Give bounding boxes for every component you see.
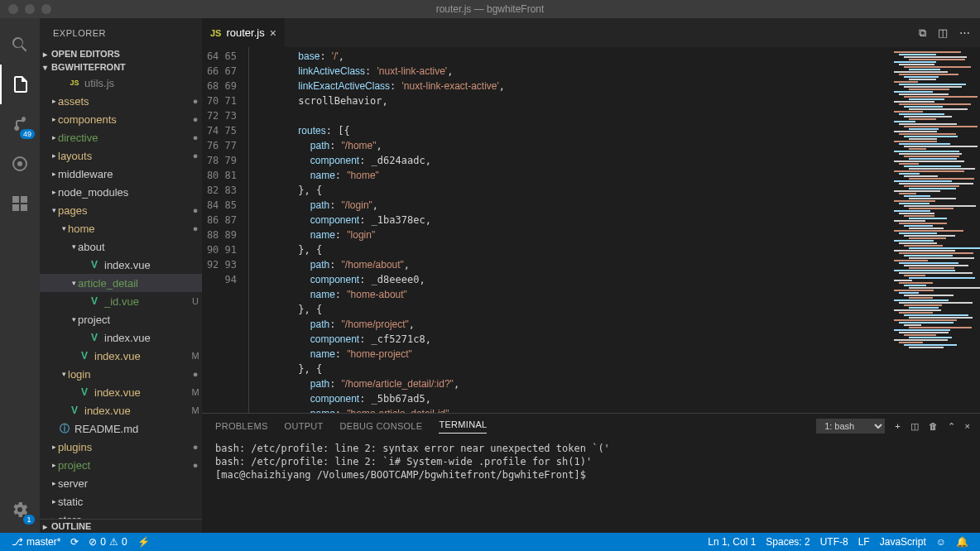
tree-item[interactable]: ▸directive● [40,128,202,146]
more-actions-icon[interactable]: ⋯ [959,26,970,40]
close-panel-icon[interactable]: × [965,421,970,431]
git-branch[interactable]: ⎇master* [7,533,65,551]
section-project[interactable]: ▾BGWHITEFRONT [40,60,202,74]
panel-tab-terminal[interactable]: TERMINAL [439,419,487,434]
terminal-select[interactable]: 1: bash [816,419,885,434]
tree-item[interactable]: ▸node_modules [40,183,202,201]
tree-item-label: layouts [58,150,189,162]
bottom-panel: PROBLEMSOUTPUTDEBUG CONSOLETERMINAL 1: b… [202,413,980,533]
debug-icon[interactable] [0,144,40,184]
file-icon: V [88,259,101,271]
tree-item[interactable]: Vindex.vueM [40,383,202,401]
tree-item-label: index.vue [84,405,189,417]
eol[interactable]: LF [853,536,875,548]
tree-item[interactable]: ▾home● [40,219,202,237]
minimap[interactable] [889,47,980,413]
tree-item-label: directive [58,132,189,144]
svg-point-1 [17,161,22,166]
tree-item-label: utils.js [84,77,202,89]
tree-item-label: plugins [58,441,189,453]
feedback-icon[interactable]: ☺ [931,536,951,548]
tab-label: router.js [226,26,264,39]
explorer-icon[interactable] [0,65,40,104]
scm-badge: 49 [20,129,35,139]
tree-item-label: server [58,477,202,490]
scm-icon[interactable]: 49 [0,104,40,144]
notifications-icon[interactable]: 🔔 [951,536,973,548]
tree-item-label: _id.vue [104,295,189,308]
chevron-icon: ▸ [50,115,58,123]
tabs-bar: JS router.js × ⧉ ◫ ⋯ [202,18,980,47]
extensions-icon[interactable] [0,184,40,223]
tree-item[interactable]: ▾project [40,310,202,328]
tree-item-label: assets [58,95,189,108]
close-window-button[interactable] [8,4,18,14]
open-changes-icon[interactable]: ⧉ [919,26,926,40]
tree-item[interactable]: JSutils.js [40,74,202,92]
tree-item[interactable]: ▾login● [40,365,202,383]
settings-gear-icon[interactable]: 1 [0,490,40,529]
encoding[interactable]: UTF-8 [815,536,853,548]
chevron-icon: ▸ [50,133,58,141]
tree-item[interactable]: Vindex.vueM [40,401,202,419]
tree-item[interactable]: ▸store [40,510,202,519]
tree-item[interactable]: ▾pages● [40,201,202,219]
section-open-editors[interactable]: ▸OPEN EDITORS [40,47,202,60]
panel-tab-output[interactable]: OUTPUT [285,421,324,431]
tree-item[interactable]: ▸project● [40,456,202,474]
problems-status[interactable]: ⊘0⚠0 [84,533,132,551]
sync-icon[interactable]: ⟳ [65,533,84,551]
maximize-panel-icon[interactable]: ⌃ [948,421,955,432]
panel-tab-problems[interactable]: PROBLEMS [215,421,268,431]
language-mode[interactable]: JavaScript [875,536,931,548]
tree-item[interactable]: ▸static [40,492,202,510]
maximize-window-button[interactable] [41,4,51,14]
file-icon: V [88,295,101,307]
file-icon: V [78,350,91,362]
activity-bar: 49 1 [0,18,40,533]
tree-item-label: static [58,496,202,508]
live-server-icon[interactable]: ⚡ [132,533,155,551]
sidebar-title: EXPLORER [40,18,202,47]
tree-item-label: project [58,459,189,472]
split-terminal-icon[interactable]: ◫ [910,421,919,432]
code-editor[interactable]: base: '/', linkActiveClass: 'nuxt-link-a… [248,47,889,413]
tree-item[interactable]: ▾about [40,237,202,256]
tree-item[interactable]: ▸plugins● [40,438,202,456]
chevron-icon: ▸ [50,515,58,519]
tree-item[interactable]: V_id.vueU [40,292,202,310]
tab-close-icon[interactable]: × [270,26,276,40]
chevron-icon: ▸ [50,151,58,160]
tree-item[interactable]: Vindex.vue [40,256,202,274]
tree-item[interactable]: ▸layouts● [40,146,202,165]
git-status-indicator: ● [189,96,202,106]
tree-item-label: home [68,223,189,235]
tab-router-js[interactable]: JS router.js × [202,18,286,47]
new-terminal-icon[interactable]: + [895,421,900,431]
window-title: router.js — bgwhiteFront [436,3,545,15]
cursor-position[interactable]: Ln 1, Col 1 [703,536,761,548]
kill-terminal-icon[interactable]: 🗑 [929,421,938,431]
tree-item[interactable]: Vindex.vue [40,328,202,347]
tree-item[interactable]: ▸middleware [40,165,202,183]
indentation[interactable]: Spaces: 2 [761,536,814,548]
tree-item[interactable]: ▸server [40,474,202,492]
chevron-icon: ▸ [50,461,58,469]
tree-item-label: node_modules [58,186,202,199]
search-icon[interactable] [0,25,40,65]
git-status-indicator: ● [189,151,202,161]
minimize-window-button[interactable] [25,4,35,14]
line-gutter: 64 65 66 67 68 69 70 71 72 73 74 75 76 7… [202,47,248,413]
split-editor-icon[interactable]: ◫ [938,26,948,40]
tree-item[interactable]: Vindex.vueM [40,347,202,365]
tree-item[interactable]: ▾article_detail [40,274,202,292]
section-outline[interactable]: ▸OUTLINE [40,519,202,533]
git-status-indicator: U [189,296,202,306]
terminal-output[interactable]: bash: /etc/profile: line 2: syntax error… [202,438,980,533]
tree-item-label: middleware [58,168,202,180]
tree-item[interactable]: ▸components● [40,110,202,128]
panel-tab-debug-console[interactable]: DEBUG CONSOLE [340,421,423,431]
tree-item[interactable]: ▸assets● [40,92,202,110]
chevron-icon: ▾ [70,279,78,287]
tree-item[interactable]: ⓘREADME.md [40,419,202,438]
